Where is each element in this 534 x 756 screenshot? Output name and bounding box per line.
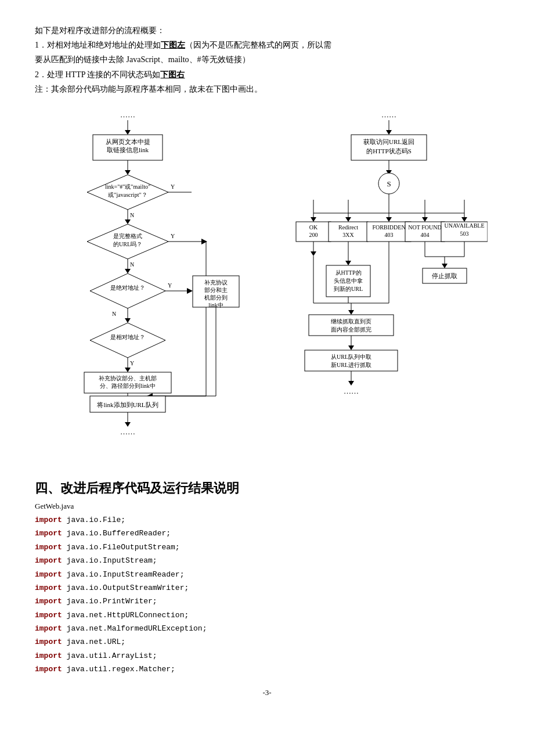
svg-text:头信息中拿: 头信息中拿 (334, 278, 363, 284)
svg-text:是相对地址？: 是相对地址？ (110, 334, 145, 340)
code-block: import java.io.File;import java.io.Buffe… (35, 513, 499, 676)
svg-marker-95 (461, 217, 467, 222)
svg-text:FORBIDDEN: FORBIDDEN (372, 224, 405, 231)
section4-heading: 四、改进后程序代码及运行结果说明 (35, 480, 499, 497)
filename: GetWeb.java (35, 502, 499, 511)
svg-text:N: N (130, 261, 134, 268)
svg-text:部分和主: 部分和主 (204, 287, 228, 293)
svg-text:是完整格式: 是完整格式 (113, 233, 142, 239)
svg-text:……: …… (344, 387, 359, 395)
intro-line4: 2．处理 HTTP 连接的不同状态码如下图右 (35, 67, 499, 82)
svg-text:403: 403 (385, 232, 394, 238)
import-line: import java.io.PrintWriter; (35, 595, 499, 608)
import-line: import java.util.ArrayList; (35, 649, 499, 663)
svg-text:Y: Y (171, 233, 175, 239)
svg-marker-100 (311, 251, 316, 256)
svg-text:分、路径部分到link中: 分、路径部分到link中 (100, 383, 156, 389)
svg-marker-55 (125, 422, 131, 427)
svg-text:将link添加到URL队列: 将link添加到URL队列 (96, 401, 158, 408)
svg-text:获取访问URL返回: 获取访问URL返回 (363, 138, 414, 145)
svg-text:新URL进行抓取: 新URL进行抓取 (331, 362, 371, 368)
svg-text:停止抓取: 停止抓取 (432, 272, 457, 279)
svg-text:……: …… (120, 110, 135, 119)
svg-marker-43 (90, 323, 165, 358)
import-line: import java.io.InputStream; (35, 554, 499, 567)
svg-text:N: N (130, 212, 134, 218)
page-number: -3- (35, 688, 499, 697)
svg-marker-129 (348, 381, 354, 386)
svg-marker-59 (386, 130, 392, 135)
svg-marker-7 (125, 170, 131, 175)
import-line: import java.net.URL; (35, 635, 499, 649)
svg-marker-26 (125, 269, 131, 273)
svg-marker-124 (348, 345, 354, 350)
svg-text:取链接信息link: 取链接信息link (107, 146, 149, 153)
svg-text:从URL队列中取: 从URL队列中取 (331, 354, 371, 360)
intro-line5: 注：其余部分代码功能与原程序基本相同，故未在下图中画出。 (35, 82, 499, 96)
svg-text:的URL吗？: 的URL吗？ (113, 241, 142, 247)
svg-marker-85 (386, 217, 392, 222)
svg-text:Redirect: Redirect (338, 224, 358, 231)
svg-text:补充协议: 补充协议 (204, 279, 228, 286)
flowcharts-area: …… 从网页文本中提 取链接信息link link="#"或"mailto" 或… (35, 106, 499, 468)
import-line: import java.util.regex.Matcher; (35, 663, 499, 676)
svg-text:机部分到: 机部分到 (204, 294, 228, 301)
svg-text:S: S (387, 179, 391, 188)
svg-text:或"javascript"？: 或"javascript"？ (108, 192, 147, 198)
svg-marker-102 (345, 261, 351, 265)
svg-text:link="#"或"mailto": link="#"或"mailto" (105, 183, 150, 190)
svg-text:到新的URL: 到新的URL (334, 286, 363, 292)
intro-line1: 如下是对程序改进部分的流程概要： (35, 23, 499, 38)
import-line: import java.net.HttpURLConnection; (35, 609, 499, 622)
svg-marker-14 (125, 219, 131, 224)
svg-marker-90 (422, 217, 428, 222)
svg-marker-31 (187, 288, 193, 294)
svg-text:补充协议部分、主机部: 补充协议部分、主机部 (99, 375, 157, 381)
intro-line3: 要从匹配到的链接中去除 JavaScript、mailto、#等无效链接） (35, 52, 499, 67)
intro-section: 如下是对程序改进部分的流程概要： 1．对相对地址和绝对地址的处理如下图左（因为不… (35, 23, 499, 96)
svg-text:是绝对地址？: 是绝对地址？ (110, 285, 145, 291)
svg-text:Y: Y (168, 282, 172, 289)
svg-text:404: 404 (421, 232, 430, 238)
svg-marker-28 (90, 273, 165, 308)
svg-marker-119 (348, 310, 354, 315)
svg-text:从网页文本中提: 从网页文本中提 (106, 138, 150, 145)
import-line: import java.io.InputStreamReader; (35, 568, 499, 581)
intro-line2: 1．对相对地址和绝对地址的处理如下图左（因为不是匹配完整格式的网页，所以需 (35, 38, 499, 52)
svg-text:……: …… (381, 110, 396, 119)
svg-marker-75 (311, 217, 316, 222)
svg-text:面内容全部抓完: 面内容全部抓完 (331, 326, 371, 333)
svg-marker-2 (125, 130, 131, 135)
svg-text:Y: Y (130, 360, 134, 366)
import-line: import java.io.OutputStreamWriter; (35, 581, 499, 595)
svg-text:NOT FOUND: NOT FOUND (408, 224, 441, 231)
svg-text:503: 503 (460, 231, 469, 237)
svg-text:200: 200 (309, 232, 318, 238)
import-line: import java.io.BufferedReader; (35, 527, 499, 540)
svg-text:继续抓取直到页: 继续抓取直到页 (331, 318, 371, 325)
svg-text:……: …… (120, 427, 135, 436)
svg-marker-41 (125, 318, 131, 323)
svg-text:N: N (112, 311, 116, 317)
svg-text:的HTTP状态码S: 的HTTP状态码S (366, 147, 412, 154)
svg-marker-46 (125, 368, 131, 372)
import-line: import java.io.File; (35, 513, 499, 527)
svg-text:UNAVAILABLE: UNAVAILABLE (444, 222, 484, 229)
import-line: import java.net.MalformedURLException; (35, 622, 499, 635)
svg-text:从HTTP的: 从HTTP的 (335, 269, 362, 276)
svg-text:Y: Y (171, 183, 175, 190)
svg-text:OK: OK (309, 224, 318, 231)
svg-text:3XX: 3XX (342, 232, 354, 238)
import-line: import java.io.FileOutputStream; (35, 541, 499, 554)
svg-marker-111 (442, 264, 448, 268)
svg-marker-80 (345, 217, 351, 222)
